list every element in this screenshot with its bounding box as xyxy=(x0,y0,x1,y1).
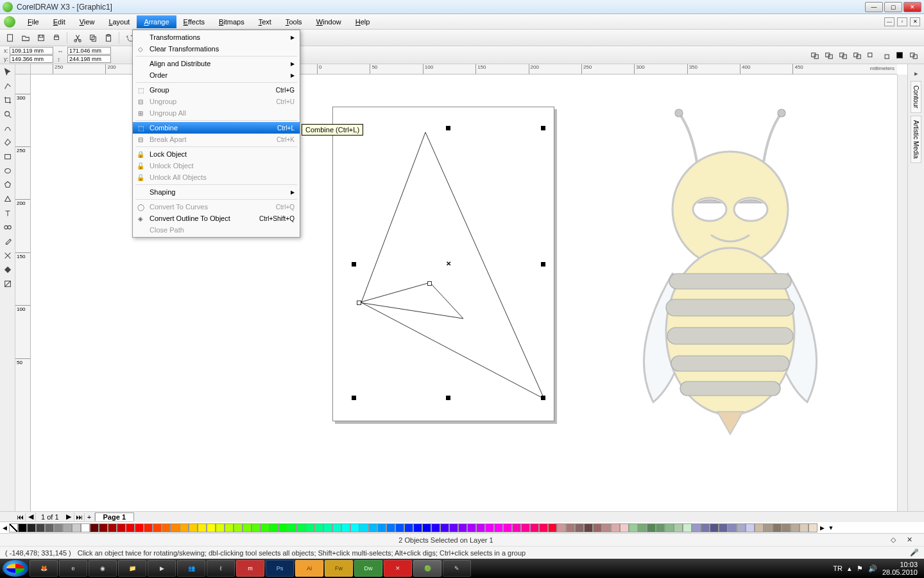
path-node[interactable] xyxy=(357,301,361,305)
outline-tool[interactable] xyxy=(1,249,14,262)
swatch[interactable] xyxy=(746,523,755,532)
swatch[interactable] xyxy=(584,523,593,532)
swatch[interactable] xyxy=(36,523,45,532)
tray-clock[interactable]: 10:03 28.05.2010 xyxy=(882,561,918,576)
menuitem-shaping[interactable]: Shaping▶ xyxy=(133,186,300,198)
taskbar-messenger[interactable]: 👥 xyxy=(177,560,205,577)
swatch[interactable] xyxy=(359,523,368,532)
swatch[interactable] xyxy=(530,523,539,532)
selection-handle-tr[interactable] xyxy=(541,126,545,130)
swatch[interactable] xyxy=(719,523,728,532)
width-input[interactable] xyxy=(67,47,111,55)
y-input[interactable] xyxy=(10,55,53,63)
basic-shapes-tool[interactable] xyxy=(1,193,14,206)
palette-scroll-left[interactable]: ◀ xyxy=(0,525,9,531)
start-button[interactable] xyxy=(3,560,28,577)
taskbar-illustrator[interactable]: Ai xyxy=(295,560,323,577)
vertical-ruler[interactable]: 30025020015010050 xyxy=(15,74,31,511)
menu-bitmaps[interactable]: Bitmaps xyxy=(212,15,252,28)
menu-effects[interactable]: Effects xyxy=(176,15,212,28)
maximize-button[interactable]: ▢ xyxy=(884,2,902,12)
swatch[interactable] xyxy=(656,523,665,532)
swatch[interactable] xyxy=(63,523,72,532)
swatch[interactable] xyxy=(611,523,620,532)
swatch[interactable] xyxy=(386,523,395,532)
ellipse-tool[interactable] xyxy=(1,164,14,177)
swatch[interactable] xyxy=(548,523,557,532)
swatch[interactable] xyxy=(647,523,656,532)
swatch[interactable] xyxy=(413,523,422,532)
taskbar-app4[interactable]: ✎ xyxy=(443,560,471,577)
smart-fill-tool[interactable] xyxy=(1,136,14,149)
swatch[interactable] xyxy=(270,523,278,532)
new-button[interactable] xyxy=(4,31,17,44)
menu-text[interactable]: Text xyxy=(252,15,278,28)
selected-curves[interactable] xyxy=(352,132,551,402)
docker-expand-button[interactable]: ▸ xyxy=(910,67,923,80)
menu-help[interactable]: Help xyxy=(348,15,377,28)
copy-button[interactable] xyxy=(87,31,99,44)
swatch-nocolor[interactable] xyxy=(9,523,18,532)
menu-window[interactable]: Window xyxy=(309,15,348,28)
swatch[interactable] xyxy=(485,523,494,532)
page-prev-button[interactable]: ◀ xyxy=(26,512,36,521)
swatch[interactable] xyxy=(575,523,584,532)
menuitem-transformations[interactable]: Transformations▶ xyxy=(133,31,300,43)
swatch[interactable] xyxy=(225,523,234,532)
swatch[interactable] xyxy=(305,523,314,532)
selection-handle-tc[interactable] xyxy=(446,126,450,130)
swatch[interactable] xyxy=(404,523,413,532)
swatch[interactable] xyxy=(135,523,144,532)
docker-tab-artistic-media[interactable]: Artistic Media xyxy=(911,116,921,163)
simplify-button[interactable] xyxy=(851,49,864,62)
taskbar-explorer[interactable]: 📁 xyxy=(118,560,146,577)
combine-tb-button[interactable] xyxy=(907,49,920,62)
menu-arrange[interactable]: Arrange xyxy=(137,15,176,28)
page-next-button[interactable]: ▶ xyxy=(64,512,74,521)
interactive-fill-tool[interactable] xyxy=(1,277,14,290)
swatch[interactable] xyxy=(638,523,647,532)
text-tool[interactable] xyxy=(1,207,14,220)
page-add-button[interactable]: + xyxy=(85,513,95,521)
swatch[interactable] xyxy=(395,523,404,532)
swatch[interactable] xyxy=(287,523,296,532)
taskbar-firefox[interactable]: 🦊 xyxy=(30,560,58,577)
menuitem-lock-object[interactable]: 🔒Lock Object xyxy=(133,148,300,160)
taskbar-ie[interactable]: e xyxy=(59,560,87,577)
swatch[interactable] xyxy=(728,523,737,532)
swatch[interactable] xyxy=(512,523,521,532)
swatch[interactable] xyxy=(692,523,701,532)
eyedropper-tool[interactable] xyxy=(1,235,14,248)
swatch[interactable] xyxy=(494,523,503,532)
swatch[interactable] xyxy=(539,523,548,532)
horizontal-scrollbar[interactable] xyxy=(134,512,924,522)
swatch[interactable] xyxy=(350,523,359,532)
swatch[interactable] xyxy=(458,523,467,532)
swatch[interactable] xyxy=(108,523,117,532)
swatch[interactable] xyxy=(566,523,575,532)
swatch[interactable] xyxy=(216,523,225,532)
swatch[interactable] xyxy=(72,523,81,532)
swatch[interactable] xyxy=(144,523,153,532)
menu-edit[interactable]: Edit xyxy=(46,15,73,28)
swatch[interactable] xyxy=(440,523,449,532)
mdi-close-button[interactable]: ✕ xyxy=(910,17,920,26)
swatch[interactable] xyxy=(332,523,341,532)
docker-tab-contour[interactable]: Contour xyxy=(911,81,921,113)
polygon-tool[interactable] xyxy=(1,179,14,191)
taskbar-dreamweaver[interactable]: Dw xyxy=(354,560,382,577)
swatch[interactable] xyxy=(323,523,332,532)
swatch[interactable] xyxy=(476,523,485,532)
swatch[interactable] xyxy=(278,523,287,532)
front-minus-back-button[interactable] xyxy=(865,49,878,62)
swatch[interactable] xyxy=(800,523,809,532)
swatch[interactable] xyxy=(665,523,674,532)
swatch[interactable] xyxy=(90,523,99,532)
menuitem-order[interactable]: Order▶ xyxy=(133,69,300,81)
swatch[interactable] xyxy=(341,523,350,532)
swatch[interactable] xyxy=(701,523,710,532)
swatch[interactable] xyxy=(620,523,629,532)
menu-tools[interactable]: Tools xyxy=(278,15,309,28)
menu-file[interactable]: File xyxy=(21,15,46,28)
menu-view[interactable]: View xyxy=(73,15,102,28)
